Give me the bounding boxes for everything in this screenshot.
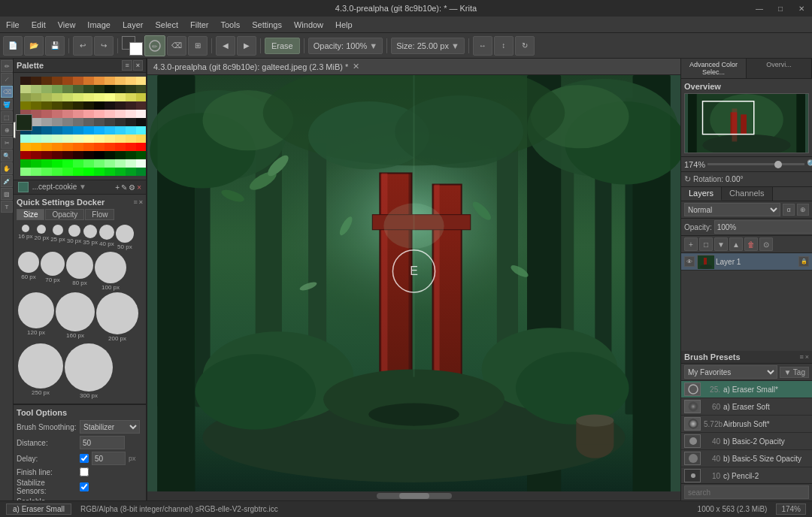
mirror-h-btn[interactable]: ↔: [473, 36, 492, 56]
palette-swatch[interactable]: [31, 77, 41, 85]
palette-swatch[interactable]: [94, 110, 105, 118]
palette-swatch[interactable]: [52, 85, 62, 93]
palette-swatch[interactable]: [31, 135, 41, 143]
brush-size-40[interactable]: 40 px: [99, 225, 114, 250]
palette-swatch[interactable]: [20, 101, 31, 110]
new-layer-btn[interactable]: +: [684, 237, 698, 251]
brush-search-input[interactable]: [684, 485, 809, 499]
tool-fill[interactable]: 🪣: [1, 98, 13, 110]
tool-line[interactable]: ⟋: [1, 73, 13, 85]
edit-brush-btn[interactable]: ✎: [121, 183, 127, 192]
size-control[interactable]: Size: 25.00 px ▼: [391, 38, 465, 54]
palette-close-btn[interactable]: ×: [133, 60, 143, 71]
palette-swatch[interactable]: [62, 126, 73, 135]
palette-swatch[interactable]: [62, 77, 73, 85]
palette-swatch[interactable]: [126, 85, 136, 93]
palette-swatch[interactable]: [136, 151, 146, 159]
brush-item-eraser-soft[interactable]: 60 a) Eraser Soft: [681, 398, 812, 416]
palette-swatch[interactable]: [62, 159, 73, 168]
finish-line-checkbox[interactable]: [80, 467, 89, 476]
palette-swatch[interactable]: [83, 101, 94, 110]
palette-swatch[interactable]: [94, 85, 105, 93]
palette-swatch[interactable]: [136, 93, 146, 101]
palette-swatch[interactable]: [41, 85, 52, 93]
palette-swatch[interactable]: [31, 159, 41, 168]
menu-tools[interactable]: Tools: [215, 19, 247, 31]
stabilize-sensors-checkbox[interactable]: [80, 482, 89, 491]
palette-swatch[interactable]: [73, 118, 83, 126]
delay-input[interactable]: [92, 452, 126, 465]
tool-select[interactable]: ⬚: [1, 111, 13, 123]
layer-item-0[interactable]: 👁 Layer 1 🔒: [681, 253, 812, 271]
palette-swatch[interactable]: [94, 151, 105, 159]
tool-color-picker[interactable]: 💉: [1, 175, 13, 187]
palette-swatch[interactable]: [126, 135, 136, 143]
palette-swatch[interactable]: [52, 93, 62, 101]
advanced-color-tab[interactable]: Advanced Color Selec...: [681, 59, 747, 78]
menu-filter[interactable]: Filter: [184, 19, 214, 31]
palette-swatch[interactable]: [115, 77, 126, 85]
zoom-slider[interactable]: [707, 163, 804, 165]
palette-swatch[interactable]: [41, 126, 52, 135]
brush-size-300[interactable]: 300 px: [65, 343, 113, 399]
palette-swatch[interactable]: [20, 85, 31, 93]
palette-swatch[interactable]: [52, 168, 62, 176]
palette-swatch[interactable]: [20, 135, 31, 143]
palette-swatch[interactable]: [115, 110, 126, 118]
palette-swatch[interactable]: [41, 168, 52, 176]
palette-swatch[interactable]: [83, 118, 94, 126]
palette-swatch[interactable]: [52, 159, 62, 168]
palette-swatch[interactable]: [20, 151, 31, 159]
tool-gradient[interactable]: ▨: [1, 188, 13, 200]
close-btn[interactable]: ✕: [791, 0, 812, 17]
palette-swatch[interactable]: [136, 118, 146, 126]
palette-swatch[interactable]: [105, 77, 115, 85]
palette-swatch[interactable]: [31, 85, 41, 93]
palette-swatch[interactable]: [41, 151, 52, 159]
palette-swatch[interactable]: [94, 135, 105, 143]
menu-image[interactable]: Image: [81, 19, 117, 31]
brush-size-35[interactable]: 35 px: [83, 225, 98, 250]
remove-brush-btn[interactable]: ×: [137, 183, 141, 192]
palette-swatch[interactable]: [83, 77, 94, 85]
palette-swatch[interactable]: [31, 93, 41, 101]
palette-swatch[interactable]: [83, 135, 94, 143]
canvas-drawing-area[interactable]: E: [147, 75, 680, 500]
palette-swatch[interactable]: [94, 159, 105, 168]
palette-swatch[interactable]: [115, 135, 126, 143]
blend-inherit-btn[interactable]: ⊕: [797, 204, 809, 216]
palette-swatch[interactable]: [126, 118, 136, 126]
palette-swatch[interactable]: [126, 159, 136, 168]
palette-swatch[interactable]: [31, 101, 41, 110]
palette-swatch[interactable]: [105, 93, 115, 101]
palette-swatch[interactable]: [126, 110, 136, 118]
palette-swatch[interactable]: [136, 110, 146, 118]
palette-swatch[interactable]: [31, 118, 41, 126]
layer-visibility-btn[interactable]: 👁: [684, 256, 695, 267]
palette-swatch[interactable]: [94, 101, 105, 110]
palette-swatch[interactable]: [41, 143, 52, 151]
palette-swatch[interactable]: [73, 101, 83, 110]
delete-layer-btn[interactable]: 🗑: [744, 237, 758, 251]
palette-swatch[interactable]: [62, 151, 73, 159]
palette-swatch[interactable]: [105, 151, 115, 159]
menu-select[interactable]: Select: [149, 19, 184, 31]
palette-swatch[interactable]: [62, 110, 73, 118]
tool-freehand[interactable]: ✏: [1, 60, 13, 72]
overview-thumbnail[interactable]: [684, 93, 809, 153]
maximize-btn[interactable]: □: [770, 0, 791, 17]
brush-size-60[interactable]: 60 px: [18, 252, 39, 291]
palette-swatch[interactable]: [52, 118, 62, 126]
palette-swatch[interactable]: [41, 110, 52, 118]
palette-swatch[interactable]: [105, 85, 115, 93]
palette-swatch[interactable]: [83, 143, 94, 151]
palette-swatch[interactable]: [52, 143, 62, 151]
tool-zoom[interactable]: 🔍: [1, 150, 13, 162]
brush-size-50[interactable]: 50 px: [116, 225, 134, 250]
palette-swatch[interactable]: [73, 143, 83, 151]
opacity-down-btn[interactable]: ▼: [369, 41, 377, 50]
brush-item-basic-size-opacity[interactable]: 40 b) Basic-5 Size Opacity: [681, 450, 812, 467]
brush-item-pencil[interactable]: 10 c) Pencil-2: [681, 467, 812, 483]
brush-tool-indicator[interactable]: ✏: [144, 35, 165, 56]
palette-swatch[interactable]: [83, 126, 94, 135]
